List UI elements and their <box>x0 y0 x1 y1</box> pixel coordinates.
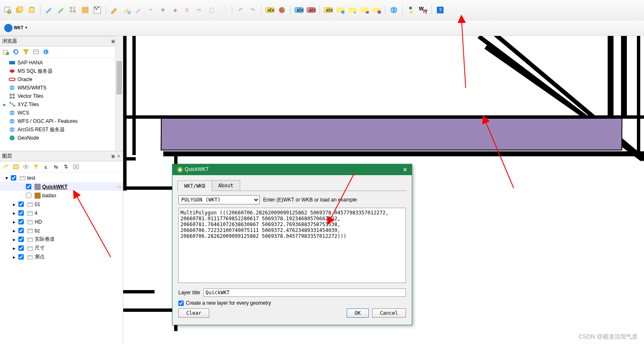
svg-rect-57 <box>10 97 12 99</box>
checkbox-label[interactable]: Create a new layer for every geometry <box>186 300 271 306</box>
browser-item[interactable]: Oracle <box>0 75 123 84</box>
layers-expand-icon[interactable]: ⇆ <box>51 162 61 171</box>
annotation-arrow <box>71 190 117 262</box>
toolbar-btn-web[interactable] <box>388 5 399 15</box>
geometry-type-select[interactable]: POLYGON (WKT) <box>178 195 260 204</box>
svg-rect-61 <box>13 105 15 107</box>
browser-item[interactable]: Vector Tiles <box>0 92 123 100</box>
svg-text:abc: abc <box>297 7 304 13</box>
browser-add-icon[interactable] <box>1 47 10 56</box>
toolbar-btn-pen[interactable] <box>43 5 54 15</box>
toolbar-btn-lb[interactable] <box>335 5 346 15</box>
svg-text:?: ? <box>439 8 442 13</box>
toolbar-btn-help[interactable]: ? <box>435 5 446 15</box>
svg-rect-8 <box>70 10 72 13</box>
layers-add-group-icon[interactable] <box>11 162 20 171</box>
toolbar-btn-raster[interactable] <box>92 5 103 15</box>
svg-rect-89 <box>28 238 33 239</box>
toolbar-btn-redo[interactable]: ↷ <box>247 5 258 15</box>
browser-refresh-icon[interactable] <box>11 47 20 56</box>
browser-item[interactable]: GeoNode <box>0 134 123 142</box>
dialog-tabs: WKT/WKB About <box>177 180 407 191</box>
svg-rect-11 <box>82 9 88 11</box>
svg-rect-79 <box>20 176 25 178</box>
cancel-button[interactable]: Cancel <box>372 308 406 318</box>
layer-group-root[interactable]: ▾test <box>0 173 123 182</box>
toolbar-btn-label1[interactable]: abc <box>264 5 275 15</box>
toolbar-btn-new-layer[interactable]: + <box>2 5 13 15</box>
watermark: CSDN @霸道流氓气质 <box>578 333 638 341</box>
layer-title-input[interactable] <box>203 288 406 297</box>
browser-collapse-icon[interactable] <box>31 47 41 56</box>
new-layer-checkbox[interactable] <box>178 301 184 306</box>
toolbar-btn-grid[interactable] <box>68 5 79 15</box>
svg-line-98 <box>329 173 354 222</box>
svg-rect-87 <box>28 229 33 230</box>
toolbar-btn-edit[interactable] <box>109 5 120 15</box>
tab-about[interactable]: About <box>212 180 240 191</box>
tab-wkt[interactable]: WKT/WKB <box>177 181 212 191</box>
browser-item[interactable]: SAP HANA <box>0 59 123 67</box>
toolbar-btn-copy-layer[interactable] <box>14 5 25 15</box>
svg-rect-51 <box>9 78 15 81</box>
toolbar-btn-ld[interactable] <box>359 5 370 15</box>
svg-rect-85 <box>28 220 33 222</box>
toolbar-btn-python[interactable] <box>406 5 416 15</box>
toolbar-btn-paste-layer[interactable] <box>26 5 37 15</box>
toolbar-btn-add-point[interactable]: • <box>145 5 156 15</box>
layers-visibility-icon[interactable] <box>21 162 30 171</box>
svg-rect-16 <box>96 8 97 10</box>
layers-collapse-icon[interactable]: ⇅ <box>61 162 71 171</box>
panel-controls[interactable]: ▣ ✕ <box>111 154 121 158</box>
browser-filter-icon[interactable] <box>21 47 30 56</box>
svg-rect-14 <box>94 7 96 8</box>
browser-item[interactable]: MS SQL 服务器 <box>0 67 123 75</box>
toolbar-btn-edit3[interactable] <box>133 5 144 15</box>
toolbar-btn-paste[interactable]: 📄 <box>218 5 229 15</box>
toolbar-btn-move[interactable]: ✥ <box>157 5 168 15</box>
toolbar-btn-la[interactable]: abc <box>323 5 334 15</box>
svg-rect-60 <box>12 103 13 105</box>
toolbar-btn-undo[interactable]: ↶ <box>235 5 246 15</box>
toolbar-btn-label-show[interactable]: abc <box>294 5 304 15</box>
toolbar-btn-node[interactable]: ◈ <box>170 5 180 15</box>
browser-item[interactable]: WCS <box>0 109 123 117</box>
browser-item[interactable]: WFS / OGC API - Features <box>0 117 123 125</box>
toolbar-btn-cut[interactable]: ✂ <box>194 5 205 15</box>
svg-rect-91 <box>28 247 33 248</box>
toolbar-btn-del[interactable]: 🗑 <box>182 5 193 15</box>
toolbar-btn-diagram[interactable] <box>276 5 287 15</box>
dialog-titlebar[interactable]: QuickWKT ✕ <box>172 164 412 175</box>
close-icon[interactable]: ✕ <box>403 166 408 173</box>
map-polygon <box>161 118 623 150</box>
wkt-badge[interactable]: WKT ▼ <box>2 23 30 33</box>
layers-remove-icon[interactable] <box>71 162 81 171</box>
toolbar-btn-le[interactable] <box>371 5 382 15</box>
layers-filter-icon[interactable] <box>31 162 41 171</box>
ok-button[interactable]: OK <box>347 308 368 318</box>
browser-item[interactable]: WMS/WMTS <box>0 84 123 92</box>
svg-rect-56 <box>13 94 15 96</box>
toolbar-btn-pen2[interactable] <box>56 5 66 15</box>
toolbar-btn-edit-save[interactable] <box>121 5 132 15</box>
layers-expr-icon[interactable]: ε <box>41 162 51 171</box>
toolbar-btn-stack[interactable] <box>80 5 91 15</box>
browser-scrollbar[interactable] <box>115 36 123 151</box>
clear-button[interactable]: Clear <box>178 308 209 318</box>
svg-rect-6 <box>70 7 72 9</box>
layers-style-icon[interactable] <box>1 162 10 171</box>
layer-item[interactable]: QuickWKT▭ <box>0 182 123 191</box>
browser-tree[interactable]: SAP HANAMS SQL 服务器OracleWMS/WMTSVector T… <box>0 58 123 151</box>
toolbar-btn-lc[interactable] <box>347 5 358 15</box>
svg-line-96 <box>461 19 466 88</box>
svg-point-95 <box>179 168 181 171</box>
toolbar-btn-label-hide[interactable]: abc <box>306 5 317 15</box>
toolbar-btn-copy[interactable]: 📋 <box>206 5 217 15</box>
toolbar-btn-quickwkt-plugin[interactable]: WKT <box>418 5 428 15</box>
browser-props-icon[interactable]: i <box>41 47 51 56</box>
svg-rect-4 <box>18 7 23 11</box>
svg-rect-55 <box>10 94 12 96</box>
wkt-textarea[interactable]: MultiPolygon (((20660706.282620090991258… <box>178 208 406 283</box>
browser-item[interactable]: ▸XYZ Tiles <box>0 100 123 109</box>
browser-item[interactable]: ArcGIS REST 服务器 <box>0 125 123 134</box>
